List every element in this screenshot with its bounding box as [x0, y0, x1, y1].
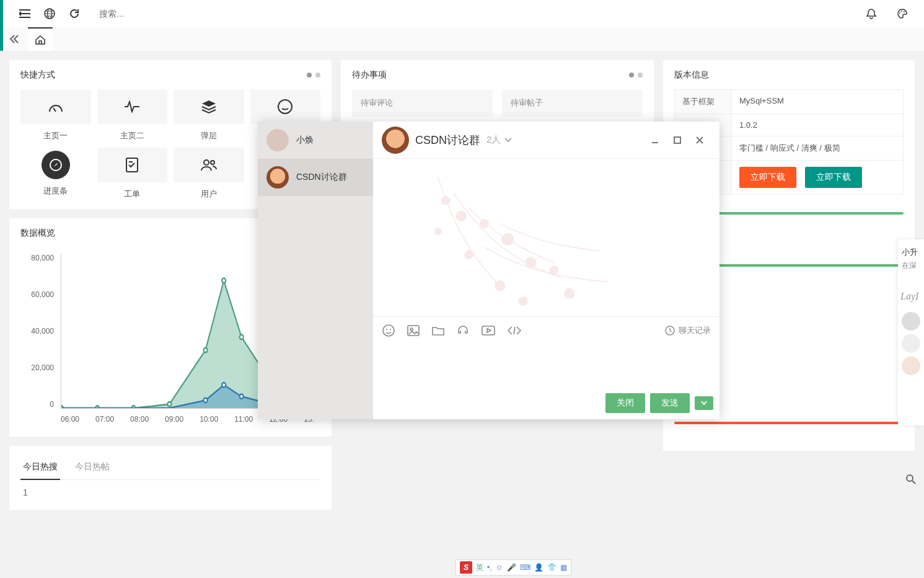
avatar-monkey-icon — [382, 127, 409, 154]
users-icon — [174, 148, 244, 182]
shortcut-progress[interactable]: 进度条 — [20, 148, 91, 200]
download-button-1[interactable]: 立即下载 — [739, 167, 796, 188]
shortcut-label: 进度条 — [43, 185, 68, 197]
svg-point-8 — [204, 160, 209, 165]
tab-hot-post[interactable]: 今日热帖 — [73, 455, 112, 479]
chat-messages — [373, 159, 719, 316]
close-icon[interactable] — [695, 135, 711, 145]
pending-comments[interactable]: 待审评论 — [352, 89, 493, 117]
collapse-tabs-icon[interactable] — [9, 35, 28, 43]
ytick: 0 — [20, 400, 54, 409]
ime-tools-icon[interactable]: ▦ — [560, 563, 567, 572]
svg-point-4 — [904, 11, 905, 12]
globe-icon[interactable] — [37, 0, 62, 27]
svg-point-30 — [549, 265, 558, 275]
shortcut-ticket[interactable]: 工单 — [97, 148, 168, 200]
todo-card: 待办事项 待审评论 待审帖子 — [341, 60, 654, 126]
shortcuts-title: 快捷方式 — [20, 69, 55, 81]
stats-title: 数据概览 — [20, 228, 55, 239]
framework-value: MySql+SSM — [732, 90, 903, 113]
ime-keyboard-icon[interactable]: ⌨ — [520, 563, 530, 572]
svg-point-32 — [519, 296, 528, 306]
ime-bar[interactable]: S 英 •, ☺ 🎤 ⌨ 👤 👕 ▦ — [455, 559, 571, 576]
chat-history-link[interactable]: 聊天记录 — [665, 325, 711, 336]
xtick: 08:00 — [130, 415, 149, 424]
smile-icon — [250, 89, 321, 124]
search-input[interactable] — [99, 4, 223, 23]
dock-avatar-3[interactable] — [902, 357, 920, 375]
dock-title: 小升 — [898, 244, 924, 260]
shortcut-home2[interactable]: 主页二 — [97, 89, 168, 141]
svg-point-35 — [434, 228, 442, 235]
theme-icon[interactable] — [890, 0, 915, 27]
code-icon[interactable] — [507, 326, 522, 336]
folder-icon[interactable] — [431, 325, 445, 336]
shortcut-layer[interactable]: 弹层 — [174, 89, 244, 141]
compass-icon — [42, 151, 70, 179]
menu-toggle-icon[interactable] — [12, 0, 37, 27]
dock-search-icon[interactable] — [898, 466, 924, 491]
pager-dots[interactable] — [629, 73, 643, 78]
dock-logo: LayI — [898, 275, 924, 308]
shortcut-user[interactable]: 用户 — [174, 148, 244, 200]
chat-input[interactable] — [373, 344, 719, 387]
dock-avatar-1[interactable] — [902, 312, 920, 331]
image-icon[interactable] — [407, 324, 420, 337]
svg-rect-24 — [674, 137, 680, 143]
ime-skin-icon[interactable]: 👕 — [547, 563, 557, 572]
svg-point-34 — [464, 250, 473, 259]
ime-person-icon[interactable]: 👤 — [534, 563, 543, 572]
svg-point-38 — [390, 329, 391, 330]
svg-point-33 — [564, 288, 574, 298]
emoji-icon[interactable] — [382, 324, 395, 337]
video-icon[interactable] — [481, 325, 496, 336]
feature-value: 零门槛 / 响应式 / 清爽 / 极简 — [732, 136, 903, 160]
maximize-icon[interactable] — [672, 135, 689, 145]
ime-mic-icon[interactable]: 🎤 — [507, 563, 516, 572]
clock-icon — [665, 326, 675, 336]
im-dock[interactable]: 小升 在深 LayI — [898, 239, 924, 425]
sogou-logo-icon: S — [460, 561, 472, 574]
dock-status: 在深 — [898, 260, 924, 275]
chat-contact-xiaohuan[interactable]: 小焕 — [258, 122, 373, 159]
shortcut-label: 用户 — [201, 189, 217, 200]
minimize-icon[interactable] — [650, 135, 666, 145]
ytick: 40,000 — [20, 327, 54, 336]
refresh-icon[interactable] — [62, 0, 87, 27]
chat-title: CSDN讨论群 — [415, 133, 480, 148]
bell-icon[interactable] — [859, 0, 884, 27]
dock-avatar-2[interactable] — [902, 334, 920, 353]
svg-point-20 — [204, 398, 208, 402]
chat-contact-csdn[interactable]: CSDN讨论群 — [258, 159, 373, 196]
avatar-monkey-icon — [266, 166, 289, 189]
download-button-2[interactable]: 立即下载 — [805, 167, 862, 188]
svg-point-17 — [240, 335, 244, 339]
tab-home[interactable] — [28, 27, 53, 51]
chat-send-options[interactable] — [695, 396, 713, 410]
ytick: 60,000 — [20, 290, 54, 299]
contact-name: CSDN讨论群 — [296, 172, 347, 183]
tab-hot-search[interactable]: 今日热搜 — [20, 455, 60, 480]
audio-icon[interactable] — [456, 324, 470, 337]
chat-toolbar: 聊天记录 — [373, 316, 719, 344]
xtick: 09:00 — [165, 415, 183, 424]
todo-title: 待办事项 — [352, 69, 387, 81]
shortcut-home1[interactable]: 主页一 — [20, 89, 91, 141]
avatar — [266, 129, 289, 151]
pending-posts[interactable]: 待审帖子 — [502, 89, 643, 117]
svg-point-9 — [211, 161, 214, 164]
ime-emoji-icon[interactable]: ☺ — [496, 563, 503, 572]
version-title: 版本信息 — [674, 69, 709, 81]
ime-punct-icon[interactable]: •, — [487, 563, 492, 572]
caret-down-icon — [701, 401, 707, 406]
shortcut-label: 主页一 — [43, 130, 68, 141]
tab-strip — [0, 27, 924, 51]
pager-dots[interactable] — [307, 73, 320, 78]
chat-send-button[interactable]: 发送 — [650, 393, 690, 413]
svg-point-3 — [901, 11, 902, 12]
blossom-bg — [392, 177, 701, 316]
top-bar — [0, 0, 924, 27]
svg-point-43 — [907, 475, 913, 481]
chat-close-button[interactable]: 关闭 — [605, 393, 645, 413]
chat-member-count[interactable]: 2人 — [486, 134, 513, 146]
